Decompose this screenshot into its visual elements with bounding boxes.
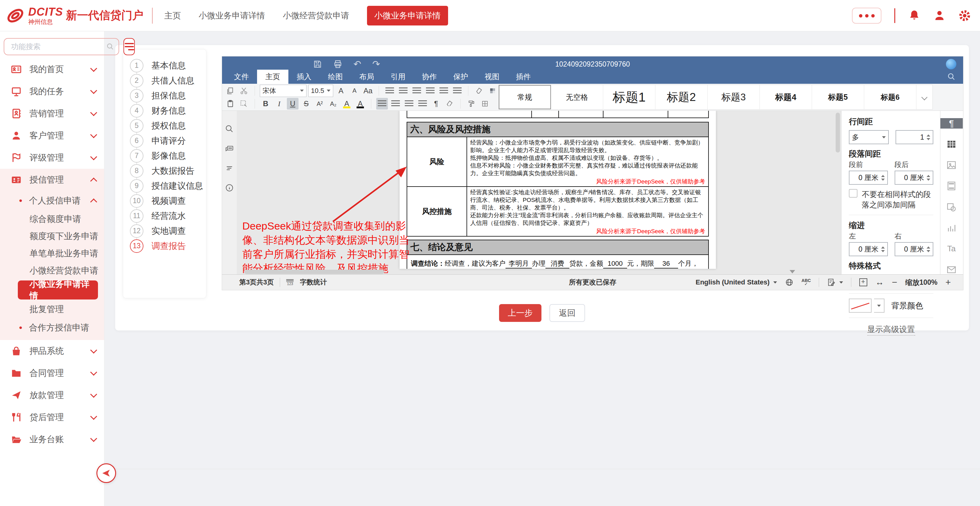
- numbered-list-icon[interactable]: [398, 85, 409, 97]
- sidebar-item-my-tasks[interactable]: 我的任务: [0, 80, 104, 103]
- cut-icon[interactable]: [238, 85, 250, 97]
- sidebar-item-micro-loan-apply[interactable]: 小微经营贷款申请: [0, 262, 104, 279]
- bold-icon[interactable]: B: [260, 98, 272, 109]
- underline-icon[interactable]: U: [287, 98, 299, 109]
- search-input[interactable]: [11, 42, 106, 51]
- justify-icon[interactable]: [417, 98, 428, 109]
- step-imaging[interactable]: 7影像信息: [130, 148, 206, 163]
- user-icon[interactable]: [933, 10, 946, 22]
- spinner-icon[interactable]: [927, 175, 930, 181]
- decrease-indent-icon[interactable]: [425, 85, 436, 97]
- fill-color-icon[interactable]: [444, 98, 455, 109]
- table-panel-tab[interactable]: [940, 139, 963, 149]
- strikethrough-icon[interactable]: S: [301, 98, 312, 109]
- zoom-in-button[interactable]: +: [945, 277, 951, 287]
- menu-draw[interactable]: 绘图: [320, 70, 351, 84]
- advanced-settings-link[interactable]: 显示高级设置: [867, 325, 915, 336]
- sidebar-item-approval-mgmt[interactable]: 批复管理: [0, 301, 104, 318]
- increase-indent-icon[interactable]: [438, 85, 450, 97]
- style-heading5[interactable]: 标题5: [812, 85, 864, 109]
- style-no-spacing[interactable]: 无空格: [551, 85, 603, 109]
- scroll-down-arrow-icon[interactable]: [789, 270, 795, 273]
- menu-home[interactable]: 主页: [257, 70, 288, 84]
- field-amount[interactable]: 1000: [603, 259, 627, 268]
- step-finance[interactable]: 4财务信息: [130, 103, 206, 118]
- sidebar-item-single-batch[interactable]: 单笔单批业务申请: [0, 245, 104, 262]
- change-case-icon[interactable]: Aa: [362, 85, 374, 97]
- line-spacing-stepper[interactable]: 1: [896, 130, 933, 144]
- sidebar-item-comprehensive-quota[interactable]: 综合额度申请: [0, 211, 104, 228]
- superscript-icon[interactable]: A²: [314, 98, 326, 109]
- multilevel-list-icon[interactable]: [411, 85, 423, 97]
- step-basic-info[interactable]: 1基本信息: [130, 58, 206, 73]
- menu-insert[interactable]: 插入: [288, 70, 320, 84]
- bullet-list-icon[interactable]: [384, 85, 396, 97]
- sidebar-item-collateral[interactable]: 押品系统: [0, 340, 104, 362]
- subscript-icon[interactable]: A₂: [328, 98, 339, 109]
- step-field-survey[interactable]: 12实地调查: [130, 224, 206, 238]
- tab-micro-detail-1[interactable]: 小微业务申请详情: [199, 10, 265, 21]
- find-icon[interactable]: [225, 124, 234, 133]
- paste-icon[interactable]: [224, 98, 236, 109]
- step-coborrower[interactable]: 2共借人信息: [130, 73, 206, 88]
- gallery-expand-button[interactable]: [916, 85, 932, 109]
- spacing-after-stepper[interactable]: 0 厘米: [895, 171, 934, 185]
- previous-step-button[interactable]: 上一步: [499, 304, 541, 322]
- style-heading3[interactable]: 标题3: [708, 85, 760, 109]
- sidebar-item-micro-detail-active[interactable]: 小微业务申请详情: [18, 281, 98, 300]
- assistant-float-button[interactable]: [96, 463, 116, 483]
- sidebar-item-my-home[interactable]: 我的首页: [0, 58, 104, 80]
- collapse-menu-button[interactable]: [124, 38, 135, 55]
- theme-icon[interactable]: [946, 59, 956, 69]
- menu-collaborate[interactable]: 协作: [414, 70, 445, 84]
- sidebar-item-personal-credit[interactable]: • 个人授信申请: [0, 191, 104, 211]
- edit-mode-icon[interactable]: [827, 278, 836, 287]
- line-spacing-select[interactable]: 多: [849, 130, 889, 144]
- menu-plugins[interactable]: 插件: [508, 70, 539, 84]
- shrink-font-icon[interactable]: A: [348, 85, 360, 97]
- style-heading1[interactable]: 标题1: [603, 85, 655, 109]
- field-term[interactable]: 36: [654, 259, 678, 268]
- info-icon[interactable]: [225, 183, 234, 192]
- style-heading4[interactable]: 标题4: [760, 85, 812, 109]
- image-panel-tab[interactable]: [940, 160, 963, 170]
- bell-icon[interactable]: [908, 10, 920, 22]
- comments-icon[interactable]: [225, 144, 234, 153]
- font-size-select[interactable]: 10.5: [308, 85, 334, 97]
- language-selector[interactable]: English (United States): [695, 278, 770, 286]
- vertical-scrollbar[interactable]: [836, 113, 840, 152]
- field-customer-name[interactable]: 李明月: [506, 259, 532, 268]
- back-button[interactable]: 返回: [549, 304, 585, 322]
- select-icon[interactable]: [238, 98, 250, 109]
- paragraph-panel-tab[interactable]: ¶: [940, 118, 963, 128]
- spinner-icon[interactable]: [881, 246, 885, 252]
- outline-icon[interactable]: [225, 163, 234, 173]
- paragraph-mark-icon[interactable]: ¶: [430, 98, 442, 109]
- fit-page-icon[interactable]: [859, 278, 867, 286]
- gear-icon[interactable]: [958, 10, 971, 22]
- step-business-flow[interactable]: 11经营流水: [130, 208, 206, 224]
- field-loan-type[interactable]: 消费: [546, 259, 570, 268]
- menu-file[interactable]: 文件: [226, 70, 257, 84]
- document-canvas[interactable]: 六、风险及风控措施 风险 经营风险：小微企业市场竞争力弱，易受行业波动（如政策变…: [237, 111, 841, 275]
- tab-micro-detail-active[interactable]: 小微业务申请详情: [367, 6, 448, 25]
- style-heading2[interactable]: 标题2: [655, 85, 708, 109]
- align-left-icon[interactable]: [376, 98, 388, 109]
- border-icon[interactable]: [479, 98, 491, 109]
- sidebar-item-partner-credit[interactable]: • 合作方授信申请: [0, 318, 104, 338]
- page-panel-tab[interactable]: [940, 181, 963, 191]
- shading-icon[interactable]: [487, 85, 498, 97]
- zoom-level[interactable]: 缩放100%: [905, 278, 938, 287]
- step-authorization[interactable]: 5授权信息: [130, 118, 206, 133]
- step-guarantee[interactable]: 3担保信息: [130, 88, 206, 103]
- format-painter-icon[interactable]: [466, 98, 477, 109]
- step-survey-report[interactable]: 13调查报告: [130, 238, 206, 254]
- style-heading6[interactable]: 标题6: [864, 85, 916, 109]
- align-center-icon[interactable]: [390, 98, 401, 109]
- align-right-icon[interactable]: [403, 98, 415, 109]
- fit-width-icon[interactable]: ↔: [875, 278, 884, 287]
- chart-panel-tab[interactable]: [940, 223, 963, 233]
- line-spacing-icon[interactable]: [452, 85, 463, 97]
- document-page[interactable]: 六、风险及风控措施 风险 经营风险：小微企业市场竞争力弱，易受行业波动（如政策变…: [399, 111, 716, 269]
- clear-format-icon[interactable]: [473, 85, 485, 97]
